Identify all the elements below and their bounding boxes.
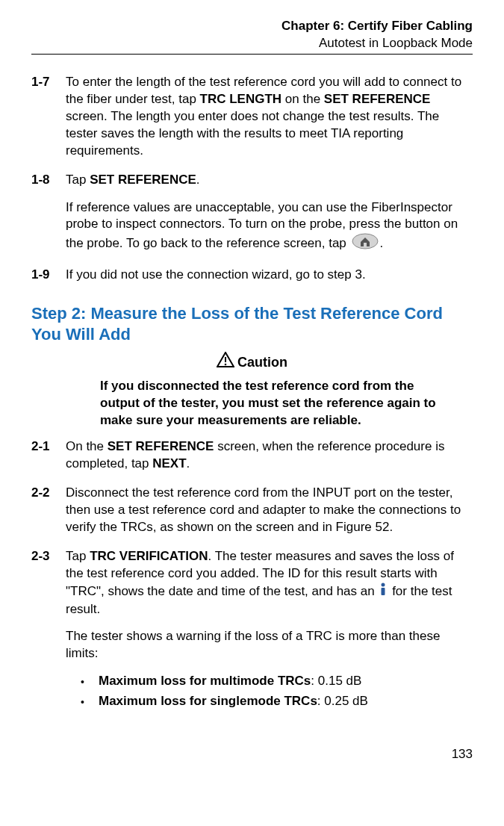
step-body: Tap TRC VERIFICATION. The tester measure…	[66, 548, 473, 714]
info-icon	[379, 583, 387, 601]
step-body: Disconnect the test reference cord from …	[66, 485, 473, 536]
step-number: 1-8	[31, 172, 66, 255]
svg-point-3	[225, 364, 227, 366]
step-body: If you did not use the connection wizard…	[66, 267, 473, 284]
step-2-3: 2-3 Tap TRC VERIFICATION. The tester mea…	[31, 548, 473, 714]
list-item: Maximum loss for multimode TRCs: 0.15 dB	[81, 673, 473, 690]
step-text: Tap TRC VERIFICATION. The tester measure…	[66, 548, 473, 618]
caution-label: Caution	[237, 355, 287, 370]
limits-list: Maximum loss for multimode TRCs: 0.15 dB…	[81, 673, 473, 710]
step-number: 1-9	[31, 267, 66, 284]
caution-icon	[217, 352, 234, 373]
step-2-1: 2-1 On the SET REFERENCE screen, when th…	[31, 438, 473, 473]
caution-heading: Caution	[31, 352, 473, 373]
step-2-2: 2-2 Disconnect the test reference cord f…	[31, 485, 473, 536]
step-text: If you did not use the connection wizard…	[66, 267, 473, 284]
step-number: 2-2	[31, 485, 66, 536]
step-text: If reference values are unacceptable, yo…	[66, 199, 473, 255]
page-header: Chapter 6: Certify Fiber Cabling Autotes…	[31, 18, 473, 55]
step-body: Tap SET REFERENCE. If reference values a…	[66, 172, 473, 255]
section-title: Autotest in Loopback Mode	[31, 35, 473, 52]
step-number: 1-7	[31, 74, 66, 160]
caution-body: If you disconnected the test reference c…	[100, 378, 437, 429]
svg-rect-1	[364, 243, 367, 246]
svg-point-4	[382, 583, 385, 586]
list-item: Maximum loss for singlemode TRCs: 0.25 d…	[81, 693, 473, 710]
page-number: 133	[31, 746, 473, 763]
step-text: On the SET REFERENCE screen, when the re…	[66, 438, 473, 473]
chapter-title: Chapter 6: Certify Fiber Cabling	[31, 18, 473, 35]
step-text: The tester shows a warning if the loss o…	[66, 628, 473, 662]
step-1-9: 1-9 If you did not use the connection wi…	[31, 267, 473, 284]
svg-rect-5	[382, 588, 385, 595]
step-text: Tap SET REFERENCE.	[66, 172, 473, 189]
step-text: To enter the length of the test referenc…	[66, 74, 473, 160]
step-number: 2-3	[31, 548, 66, 714]
step-1-7: 1-7 To enter the length of the test refe…	[31, 74, 473, 160]
step-text: Disconnect the test reference cord from …	[66, 485, 473, 536]
home-icon	[352, 233, 379, 255]
step-2-heading: Step 2: Measure the Loss of the Test Ref…	[31, 303, 473, 344]
step-1-8: 1-8 Tap SET REFERENCE. If reference valu…	[31, 172, 473, 255]
step-body: On the SET REFERENCE screen, when the re…	[66, 438, 473, 473]
step-number: 2-1	[31, 438, 66, 473]
step-body: To enter the length of the test referenc…	[66, 74, 473, 160]
